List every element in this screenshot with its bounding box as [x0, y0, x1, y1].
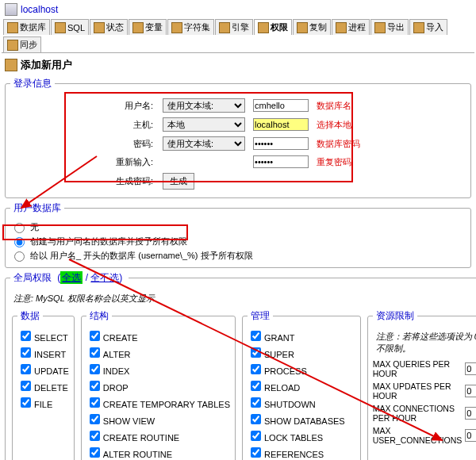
priv-create-routine[interactable]: CREATE ROUTINE	[86, 427, 230, 444]
userdb-fieldset: 用户数据库 无 创建与用户同名的数据库并授予所有权限 给以 用户名_ 开头的数据…	[5, 201, 471, 268]
pass-label: 密码:	[113, 135, 158, 152]
priv-checkbox[interactable]	[21, 331, 31, 341]
priv-alter-routine[interactable]: ALTER ROUTINE	[86, 444, 230, 460]
priv-create[interactable]: CREATE	[86, 328, 230, 344]
userdb-radio-wildcard[interactable]	[14, 251, 25, 262]
priv-shutdown[interactable]: SHUTDOWN	[248, 394, 355, 411]
priv-label: CREATE	[103, 333, 138, 343]
tab-label: 同步	[20, 39, 37, 51]
priv-update[interactable]: UPDATE	[17, 361, 69, 378]
priv-checkbox[interactable]	[251, 414, 261, 424]
priv-checkbox[interactable]	[90, 364, 100, 374]
priv-label: REFERENCES	[264, 450, 324, 459]
tab-label: 字符集	[184, 21, 210, 33]
tab-7[interactable]: 复制	[293, 19, 331, 35]
tab-3[interactable]: 变量	[129, 19, 167, 35]
priv-create-temporary-tables[interactable]: CREATE TEMPORARY TABLES	[86, 394, 230, 411]
checkall-link[interactable]: 全选	[60, 271, 83, 284]
priv-index[interactable]: INDEX	[86, 361, 230, 378]
tab-1[interactable]: SQL	[51, 19, 89, 35]
tab-4[interactable]: 字符集	[167, 19, 214, 35]
tab-6[interactable]: 权限	[254, 19, 292, 35]
priv-delete[interactable]: DELETE	[17, 378, 69, 394]
tab-5[interactable]: 引擎	[215, 19, 253, 35]
priv-show-databases[interactable]: SHOW DATABASES	[248, 411, 355, 427]
userdb-radio-none[interactable]	[14, 223, 25, 233]
tab-icon-4	[171, 22, 182, 33]
host-label: 主机:	[113, 116, 158, 133]
priv-checkbox[interactable]	[90, 414, 100, 424]
priv-checkbox[interactable]	[251, 397, 261, 408]
host-select[interactable]: 本地	[163, 117, 245, 132]
userdb-row-none[interactable]: 无	[10, 220, 466, 234]
priv-checkbox[interactable]	[251, 431, 261, 441]
priv-checkbox[interactable]	[90, 331, 100, 341]
data-priv-legend: 数据	[17, 309, 43, 323]
userdb-legend: 用户数据库	[10, 201, 64, 215]
repass-input[interactable]	[253, 155, 309, 168]
tab-label: 状态	[106, 21, 124, 33]
tab-label: 导入	[426, 21, 443, 33]
priv-select[interactable]: SELECT	[17, 328, 69, 344]
resource-row: MAX USER_CONNECTIONS	[373, 424, 476, 447]
host-input[interactable]	[253, 118, 309, 131]
user-select[interactable]: 使用文本域:	[163, 98, 245, 113]
pass-select[interactable]: 使用文本域:	[163, 136, 245, 151]
resource-label: MAX CONNECTIONS PER HOUR	[373, 404, 463, 423]
priv-checkbox[interactable]	[90, 397, 100, 408]
priv-checkbox[interactable]	[90, 347, 100, 358]
userdb-row-wildcard[interactable]: 给以 用户名_ 开头的数据库 (username\_%) 授予所有权限	[10, 248, 466, 263]
tab-0[interactable]: 数据库	[3, 19, 50, 35]
tab-label: 进程	[348, 21, 366, 33]
priv-process[interactable]: PROCESS	[248, 361, 355, 378]
priv-checkbox[interactable]	[251, 381, 261, 391]
resource-input[interactable]	[465, 385, 476, 397]
tab-2[interactable]: 状态	[90, 19, 128, 35]
priv-reload[interactable]: RELOAD	[248, 378, 355, 394]
priv-checkbox[interactable]	[251, 347, 261, 358]
tab-10[interactable]: 导入	[409, 19, 447, 35]
tab-9[interactable]: 导出	[370, 19, 409, 35]
priv-insert[interactable]: INSERT	[17, 344, 69, 361]
priv-checkbox[interactable]	[21, 347, 31, 358]
uncheckall-link[interactable]: 全不选	[90, 272, 119, 283]
generate-button[interactable]	[163, 173, 194, 190]
priv-grant[interactable]: GRANT	[248, 328, 355, 344]
priv-checkbox[interactable]	[90, 447, 100, 458]
tab-label: 引擎	[232, 21, 249, 33]
priv-lock-tables[interactable]: LOCK TABLES	[248, 427, 355, 444]
resource-input[interactable]	[465, 407, 476, 420]
priv-checkbox[interactable]	[21, 364, 31, 374]
tab-icon-3	[132, 22, 144, 33]
tab-icon-6	[258, 22, 269, 33]
priv-checkbox[interactable]	[251, 364, 261, 374]
priv-drop[interactable]: DROP	[86, 378, 230, 394]
annotation-pass: 数据库密码	[313, 135, 363, 152]
tab-11[interactable]: 同步	[3, 36, 41, 52]
user-input[interactable]	[253, 99, 309, 112]
resource-input[interactable]	[465, 362, 476, 375]
priv-label: CREATE TEMPORARY TABLES	[103, 400, 230, 409]
priv-checkbox[interactable]	[251, 447, 261, 458]
priv-checkbox[interactable]	[21, 397, 31, 408]
priv-alter[interactable]: ALTER	[86, 344, 230, 361]
pass-input[interactable]	[253, 137, 309, 150]
tab-8[interactable]: 进程	[332, 19, 370, 35]
login-legend: 登录信息	[10, 77, 55, 90]
userdb-radio-samename[interactable]	[14, 237, 25, 247]
priv-checkbox[interactable]	[21, 381, 31, 391]
priv-checkbox[interactable]	[90, 431, 100, 441]
priv-label: SHOW DATABASES	[264, 416, 345, 426]
priv-references[interactable]: REFERENCES	[248, 444, 355, 460]
userdb-row-samename[interactable]: 创建与用户同名的数据库并授予所有权限	[10, 234, 466, 248]
priv-super[interactable]: SUPER	[248, 344, 355, 361]
priv-checkbox[interactable]	[90, 381, 100, 391]
structure-priv-fieldset: 结构 CREATEALTERINDEXDROPCREATE TEMPORARY …	[81, 309, 236, 460]
priv-show-view[interactable]: SHOW VIEW	[86, 411, 230, 427]
tab-icon-1	[55, 22, 66, 33]
priv-file[interactable]: FILE	[17, 394, 69, 411]
tab-label: 复制	[309, 21, 327, 33]
tab-icon-11	[7, 40, 18, 51]
priv-checkbox[interactable]	[251, 331, 261, 341]
resource-input[interactable]	[465, 429, 476, 442]
